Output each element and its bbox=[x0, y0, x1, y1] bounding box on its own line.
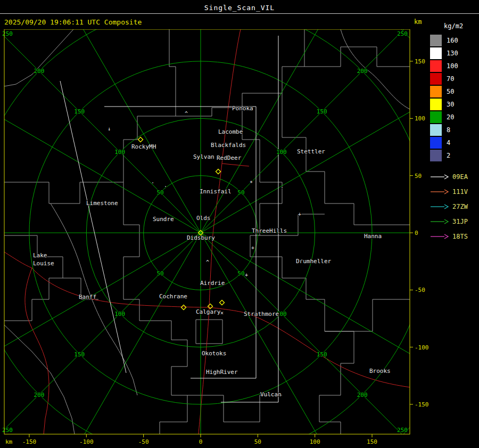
color-scale-row: 4 bbox=[430, 136, 478, 149]
ring-distance-label: 150 bbox=[317, 351, 327, 358]
track-row: 27ZW bbox=[430, 199, 478, 214]
city-label: Hanna bbox=[364, 233, 382, 240]
color-scale-unit: kg/m2 bbox=[444, 22, 478, 30]
city-label: Banff bbox=[79, 294, 96, 300]
bottom-tick-label: -150 bbox=[22, 438, 37, 445]
ring-distance-label: 100 bbox=[114, 311, 125, 317]
right-tick-label: -50 bbox=[415, 287, 425, 294]
color-scale-row: 8 bbox=[430, 124, 478, 136]
minor-marker: * bbox=[250, 180, 253, 186]
ring-distance-label: 250 bbox=[397, 427, 408, 434]
city-label: Limestone bbox=[86, 200, 118, 207]
ring-distance-label: 200 bbox=[34, 392, 44, 398]
minor-marker: · bbox=[280, 185, 284, 191]
color-swatch bbox=[430, 124, 442, 136]
color-scale-row: 70 bbox=[430, 72, 478, 85]
color-swatch bbox=[430, 137, 442, 149]
minor-marker: ↓ bbox=[108, 126, 111, 132]
boundary-line bbox=[176, 29, 304, 116]
storm-cell-diamond bbox=[138, 137, 143, 142]
minor-marker: + bbox=[251, 245, 254, 251]
track-arrow-icon bbox=[430, 203, 449, 210]
minor-marker: · bbox=[151, 180, 154, 186]
track-arrow-icon bbox=[430, 233, 449, 240]
storm-cell-diamond bbox=[216, 169, 221, 174]
boundary-line bbox=[325, 299, 410, 331]
minor-marker: + bbox=[298, 211, 301, 217]
highway-line bbox=[25, 268, 49, 434]
color-scale-row: 50 bbox=[430, 85, 478, 98]
minor-marker: ^ bbox=[185, 111, 188, 117]
track-id: 31JP bbox=[452, 218, 468, 225]
boundary-line bbox=[4, 325, 75, 434]
track-row: 31JP bbox=[430, 214, 478, 229]
city-label: Sylvan bbox=[193, 153, 214, 160]
color-scale-row: 100 bbox=[430, 60, 478, 72]
boundary-line bbox=[242, 108, 282, 257]
color-scale-value: 20 bbox=[447, 113, 454, 121]
ring-distance-label: 50 bbox=[156, 189, 163, 196]
city-label: RedDeer bbox=[217, 154, 242, 161]
color-scale-value: 50 bbox=[447, 88, 454, 95]
legend-panel: kg/m2 16013010070503020842 09EA111V27ZW3… bbox=[430, 22, 478, 244]
ring-distance-label: 200 bbox=[357, 68, 368, 75]
ring-distance-label: 150 bbox=[74, 108, 85, 115]
city-label: Brooks bbox=[369, 368, 391, 374]
city-label: Didsbury bbox=[187, 234, 215, 241]
color-scale-value: 130 bbox=[447, 50, 458, 57]
radar-display: Single_Scan_VIL 2025/09/20 19:06:11 UTC … bbox=[0, 0, 479, 448]
track-arrow-icon bbox=[430, 218, 449, 225]
ring-distance-labels: 5010015020025050100150200250501001502002… bbox=[2, 30, 408, 434]
track-id: 18TS bbox=[452, 233, 468, 240]
track-legend: 09EA111V27ZW31JP18TS bbox=[430, 169, 478, 244]
track-id: 27ZW bbox=[452, 203, 468, 210]
color-swatch bbox=[430, 99, 442, 110]
city-label: Calgary bbox=[196, 308, 221, 315]
track-arrow-head bbox=[444, 219, 448, 224]
track-arrow-head bbox=[444, 190, 448, 194]
bottom-tick-label: 0 bbox=[199, 438, 203, 445]
city-label: Stettler bbox=[297, 148, 325, 155]
ring-distance-label: 150 bbox=[317, 108, 327, 115]
color-scale-row: 30 bbox=[430, 98, 478, 111]
right-tick-label: 150 bbox=[415, 58, 425, 65]
city-label: Okotoks bbox=[202, 350, 226, 357]
ring-distance-label: 200 bbox=[357, 392, 368, 398]
scan-boundary-line bbox=[60, 81, 126, 373]
city-label: Strathmore bbox=[244, 311, 279, 317]
color-swatch bbox=[430, 60, 442, 72]
ring-distance-label: 250 bbox=[2, 427, 13, 434]
color-scale-value: 30 bbox=[447, 101, 454, 108]
right-tick-label: -150 bbox=[415, 401, 429, 408]
boundary-line bbox=[4, 235, 63, 321]
ring-distance-label: 100 bbox=[276, 149, 287, 156]
minor-marker: · bbox=[300, 257, 303, 263]
right-tick-label: 100 bbox=[415, 115, 425, 122]
city-label: Cochrane bbox=[159, 293, 187, 300]
city-label: Ponoka bbox=[232, 105, 253, 112]
bottom-tick-label: 50 bbox=[254, 438, 261, 445]
ring-distance-label: 50 bbox=[156, 270, 163, 277]
city-label: Olds bbox=[196, 215, 211, 222]
boundary-line bbox=[4, 29, 73, 86]
city-label: Lake bbox=[33, 252, 47, 259]
bottom-axis-unit: km bbox=[5, 438, 13, 445]
track-row: 111V bbox=[430, 184, 478, 199]
ring-distance-label: 200 bbox=[34, 68, 44, 75]
ring-distance-label: 250 bbox=[2, 30, 13, 37]
ring-distance-label: 100 bbox=[114, 149, 125, 156]
color-scale-row: 160 bbox=[430, 34, 478, 47]
minor-marker: · bbox=[164, 184, 167, 190]
boundary-line bbox=[139, 321, 187, 434]
scan-boundary-line bbox=[221, 36, 278, 402]
track-id: 111V bbox=[452, 188, 468, 196]
color-scale-value: 70 bbox=[447, 75, 454, 83]
color-swatch bbox=[430, 86, 442, 97]
minor-marker: ^ bbox=[206, 259, 209, 265]
minor-marker: × bbox=[220, 310, 224, 316]
boundary-line bbox=[123, 29, 176, 182]
color-scale-value: 2 bbox=[447, 152, 450, 159]
color-swatch bbox=[430, 47, 442, 59]
right-tick-label: -100 bbox=[415, 344, 429, 351]
radar-map: 5010015020025050100150200250501001502002… bbox=[0, 29, 429, 448]
